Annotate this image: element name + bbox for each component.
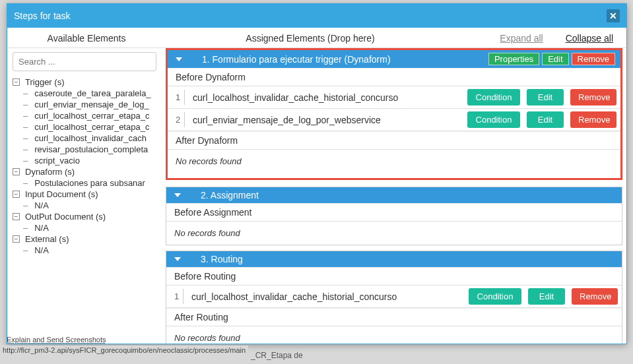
- before-dynaform-label: Before Dynaform: [168, 68, 620, 86]
- after-dynaform-label: After Dynaform: [168, 131, 620, 150]
- trigger-row: 2 curl_enviar_mensaje_de_log_por_webserv…: [168, 109, 620, 131]
- tree-trigger: − Trigger (s) caseroute_de_tarea_paralel…: [13, 76, 163, 166]
- collapse-icon[interactable]: −: [13, 191, 20, 198]
- after-routing-label: After Routing: [166, 308, 622, 326]
- tree-inputdoc: − Input Document (s) N/A: [13, 189, 163, 211]
- section-formulario-header: 1. Formulario para ejecutar trigger (Dyn…: [168, 50, 620, 68]
- trigger-name: curl_localhost_invalidar_cache_historial…: [191, 291, 462, 302]
- tree-external-label: External (s): [25, 233, 69, 245]
- edit-button[interactable]: Edit: [527, 111, 564, 128]
- condition-button[interactable]: Condition: [467, 111, 520, 128]
- collapse-icon[interactable]: −: [13, 78, 20, 86]
- row-index: 2: [172, 112, 185, 127]
- edit-button[interactable]: Edit: [542, 53, 568, 65]
- section-routing: 3. Routing Before Routing 1 curl_localho…: [166, 251, 622, 344]
- dialog-body: − Trigger (s) caseroute_de_tarea_paralel…: [7, 48, 626, 344]
- no-records: No records found: [166, 326, 622, 344]
- search-input[interactable]: [13, 52, 156, 71]
- tree-trigger-label: Trigger (s): [25, 76, 64, 88]
- section-title: 2. Assignment: [201, 190, 616, 200]
- collapse-icon[interactable]: −: [13, 168, 20, 175]
- tree-external-header[interactable]: − External (s): [13, 233, 163, 245]
- bg-fragment: _CR_Etapa de: [251, 351, 303, 360]
- assigned-elements-panel: 1. Formulario para ejecutar trigger (Dyn…: [166, 48, 626, 344]
- available-elements-panel: − Trigger (s) caseroute_de_tarea_paralel…: [7, 48, 166, 344]
- tree-item[interactable]: revisar_postulacion_completa: [32, 144, 163, 155]
- tabs-row: Available Elements Assigned Elements (Dr…: [7, 28, 626, 48]
- steps-dialog: Steps for task ✕ Available Elements Assi…: [7, 3, 627, 344]
- section-title: 3. Routing: [201, 254, 616, 264]
- tree-item[interactable]: caseroute_de_tarea_paralela_: [32, 88, 163, 99]
- section-assignment: 2. Assignment Before Assignment No recor…: [166, 187, 622, 245]
- section-formulario: 1. Formulario para ejecutar trigger (Dyn…: [168, 50, 620, 173]
- row-index: 1: [170, 289, 183, 304]
- section-assignment-header: 2. Assignment: [166, 187, 622, 203]
- tree-outputdoc-label: OutPut Document (s): [25, 211, 106, 222]
- remove-button[interactable]: Remove: [570, 89, 616, 106]
- highlighted-section: 1. Formulario para ejecutar trigger (Dyn…: [166, 48, 622, 180]
- tree-dynaform: − Dynaform (s) Postulaciones para subsan…: [13, 166, 163, 189]
- trigger-name: curl_localhost_invalidar_cache_historial…: [193, 92, 461, 103]
- trigger-row: 1 curl_localhost_invalidar_cache_histori…: [168, 86, 620, 109]
- trigger-name: curl_enviar_mensaje_de_log_por_webservic…: [193, 115, 461, 125]
- section-title: 1. Formulario para ejecutar trigger (Dyn…: [202, 54, 486, 65]
- status-url: http://ficr_pm3-2.api/sysFICR_gorecoquim…: [0, 346, 248, 355]
- chevron-down-icon[interactable]: [176, 57, 182, 61]
- dialog-header: Steps for task ✕: [7, 4, 626, 28]
- tree-outputdoc: − OutPut Document (s) N/A: [13, 211, 163, 233]
- tree-dynaform-header[interactable]: − Dynaform (s): [13, 166, 163, 177]
- tree-item: N/A: [32, 222, 163, 233]
- remove-button[interactable]: Remove: [572, 288, 618, 305]
- explain-screenshots-link[interactable]: Explain and Send Screenshots: [7, 336, 106, 344]
- dialog-title: Steps for task: [14, 11, 71, 21]
- trigger-row: 1 curl_localhost_invalidar_cache_histori…: [166, 286, 622, 308]
- tree-item[interactable]: Postulaciones para subsanar: [32, 177, 163, 189]
- expand-collapse-links: Expand all Collapse all: [455, 33, 626, 44]
- no-records: No records found: [166, 222, 622, 245]
- edit-button[interactable]: Edit: [528, 288, 565, 305]
- chevron-down-icon[interactable]: [174, 257, 181, 261]
- collapse-icon[interactable]: −: [13, 213, 20, 220]
- tree-external: − External (s) N/A: [13, 233, 163, 256]
- collapse-all-link[interactable]: Collapse all: [566, 33, 613, 44]
- condition-button[interactable]: Condition: [467, 89, 520, 106]
- edit-button[interactable]: Edit: [527, 89, 564, 106]
- tree-item: N/A: [32, 245, 163, 256]
- tree-inputdoc-label: Input Document (s): [25, 189, 98, 200]
- before-routing-label: Before Routing: [166, 267, 622, 286]
- tree-item[interactable]: curl_enviar_mensaje_de_log_: [32, 99, 163, 110]
- section-routing-header: 3. Routing: [166, 251, 622, 267]
- remove-button[interactable]: Remove: [572, 53, 615, 65]
- chevron-down-icon[interactable]: [174, 193, 181, 197]
- tree-item[interactable]: curl_localhost_invalidar_cach: [32, 133, 163, 144]
- row-index: 1: [172, 90, 185, 105]
- tree-item: N/A: [32, 200, 163, 211]
- tree-dynaform-label: Dynaform (s): [25, 166, 75, 177]
- tree-outputdoc-header[interactable]: − OutPut Document (s): [13, 211, 163, 222]
- condition-button[interactable]: Condition: [469, 288, 521, 305]
- tab-assigned-elements[interactable]: Assigned Elements (Drop here): [166, 33, 455, 44]
- close-icon[interactable]: ✕: [607, 9, 620, 22]
- expand-all-link[interactable]: Expand all: [500, 33, 543, 44]
- tree-inputdoc-header[interactable]: − Input Document (s): [13, 189, 163, 200]
- tree-item[interactable]: script_vacio: [32, 155, 163, 166]
- collapse-icon[interactable]: −: [13, 235, 20, 243]
- tree-item[interactable]: curl_localhost_cerrar_etapa_c: [32, 110, 163, 121]
- no-records: No records found: [168, 150, 620, 173]
- before-assignment-label: Before Assignment: [166, 203, 622, 222]
- tree-trigger-header[interactable]: − Trigger (s): [13, 76, 163, 88]
- remove-button[interactable]: Remove: [570, 111, 616, 128]
- tab-available-elements[interactable]: Available Elements: [7, 33, 166, 44]
- tree-item[interactable]: curl_localhost_cerrar_etapa_c: [32, 121, 163, 133]
- properties-button[interactable]: Properties: [488, 53, 539, 65]
